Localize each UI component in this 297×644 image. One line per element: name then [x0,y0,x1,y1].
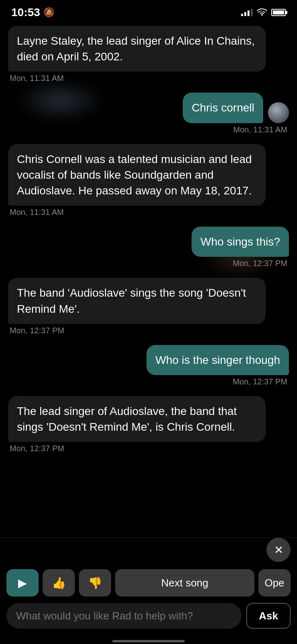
bubble-7: The lead singer of Audioslave, the band … [8,396,266,442]
bubble-7-text: The lead singer of Audioslave, the band … [17,405,237,433]
signal-bar-3 [248,10,250,16]
bubble-1-text: Layne Staley, the lead singer of Alice I… [17,35,255,63]
signal-bar-1 [241,14,243,16]
bubble-5: The band 'Audioslave' sings the song 'Do… [8,278,266,324]
ask-button[interactable]: Ask [246,603,291,629]
avatar-row-2: Chris cornell [183,93,289,123]
message-row-2: Chris cornell Mon, 11:31 AM [8,93,289,141]
bubble-5-text: The band 'Audioslave' sings the song 'Do… [17,287,246,315]
signal-bar-4 [251,9,253,16]
timestamp-1: Mon, 11:31 AM [8,74,66,83]
chat-area: Layne Staley, the lead singer of Alice I… [0,23,297,563]
mute-icon: 🔕 [43,7,54,18]
wifi-icon [257,8,267,18]
open-button[interactable]: Ope [258,569,291,597]
thumbdown-button[interactable]: 👎 [79,569,111,597]
status-bar: 10:53 🔕 [0,0,297,23]
timestamp-4: Mon, 12:37 PM [231,259,289,268]
next-song-button[interactable]: Next song [115,569,254,597]
battery-icon [271,9,286,16]
thumbup-icon: 👍 [52,576,66,590]
action-buttons-row: ▶ 👍 👎 Next song Ope [0,564,297,600]
close-button[interactable]: ✕ [266,538,291,562]
home-indicator [112,640,185,642]
message-row-6: Who is the singer though Mon, 12:37 PM [8,345,289,394]
timestamp-7: Mon, 12:37 PM [8,444,66,453]
battery-fill [273,10,284,14]
ask-label: Ask [259,610,278,622]
thumbdown-icon: 👎 [88,576,102,590]
message-row-5: The band 'Audioslave' sings the song 'Do… [8,278,289,342]
signal-bar-2 [244,12,246,16]
bottom-bar: ✕ ▶ 👍 👎 Next song Ope Ask [0,537,297,644]
close-icon: ✕ [274,543,283,557]
bubble-2: Chris cornell [183,93,263,123]
open-label: Ope [264,577,284,589]
status-time-area: 10:53 🔕 [11,6,54,19]
play-button[interactable]: ▶ [6,569,39,597]
clock-time: 10:53 [11,6,40,19]
status-icons-area [241,8,286,18]
play-icon: ▶ [18,576,27,590]
message-row-4: Who sings this? Mon, 12:37 PM [8,227,289,275]
next-song-label: Next song [161,577,208,589]
bubble-2-text: Chris cornell [192,101,254,114]
bubble-4: Who sings this? [192,227,289,257]
close-btn-row: ✕ [0,538,297,564]
bubble-4-text: Who sings this? [200,235,280,248]
message-row-7: The lead singer of Audioslave, the band … [8,396,289,460]
avatar-2 [268,102,289,123]
timestamp-5: Mon, 12:37 PM [8,326,66,335]
input-row: Ask [0,600,297,637]
message-row-3: Chris Cornell was a talented musician an… [8,144,289,225]
chat-input[interactable] [6,603,241,629]
bubble-6-text: Who is the singer though [155,354,280,366]
timestamp-2: Mon, 11:31 AM [231,125,289,134]
message-row-1: Layne Staley, the lead singer of Alice I… [8,26,289,90]
bubble-1: Layne Staley, the lead singer of Alice I… [8,26,266,72]
timestamp-3: Mon, 11:31 AM [8,208,66,217]
thumbup-button[interactable]: 👍 [43,569,75,597]
bubble-3: Chris Cornell was a talented musician an… [8,144,266,206]
timestamp-6: Mon, 12:37 PM [231,377,289,386]
signal-bars [241,9,253,16]
bubble-6: Who is the singer though [146,345,289,375]
bubble-3-text: Chris Cornell was a talented musician an… [17,153,252,197]
